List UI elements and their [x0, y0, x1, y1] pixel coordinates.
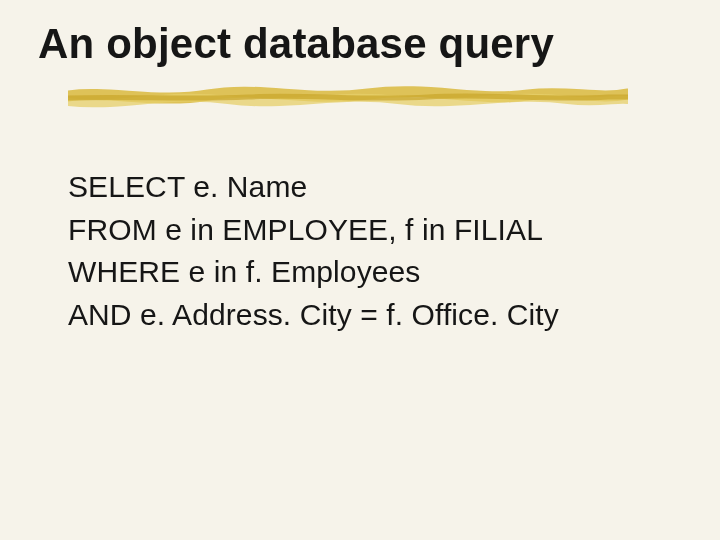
slide: An object database query SELECT e. Name …	[0, 0, 720, 540]
title-underline-decoration	[68, 78, 628, 118]
query-block: SELECT e. Name FROM e in EMPLOYEE, f in …	[38, 166, 682, 336]
query-line-where: WHERE e in f. Employees	[68, 251, 682, 294]
slide-title: An object database query	[38, 22, 682, 66]
query-line-from: FROM e in EMPLOYEE, f in FILIAL	[68, 209, 682, 252]
query-line-and: AND e. Address. City = f. Office. City	[68, 294, 682, 337]
query-line-select: SELECT e. Name	[68, 166, 682, 209]
